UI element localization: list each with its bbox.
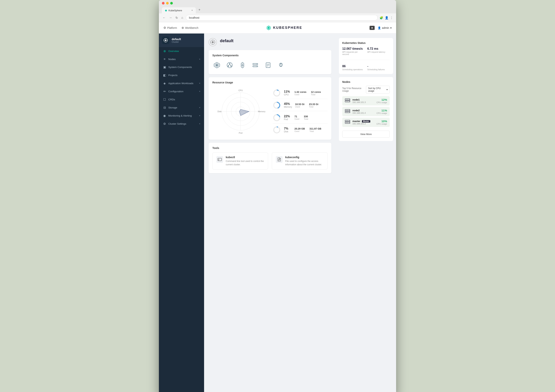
svg-point-63 <box>349 99 350 100</box>
component-svg-1 <box>226 62 233 69</box>
sidebar-item-crds[interactable]: ☐ CRDs <box>159 95 204 103</box>
sidebar-item-label: Storage <box>168 106 177 109</box>
svg-point-48 <box>274 90 280 96</box>
metric-row-cpu: 11% CPU 1.32 cores Used 12 core <box>273 87 328 99</box>
top-nav-right: ■ 👤 admin ▾ <box>370 26 392 30</box>
tool-card-kubectl[interactable]: kubectl Command line tool used to contro… <box>212 152 268 169</box>
sidebar-item-projects[interactable]: ◧ Projects <box>159 71 204 79</box>
sidebar-item-label: Application Workloads <box>168 82 193 85</box>
theme-toggle[interactable]: ■ <box>370 26 375 30</box>
top-nav: ⚙ Platform ⊕ Workbench KUBESPHERE <box>159 22 396 34</box>
content-area: default - System Components <box>204 34 336 392</box>
sidebar-item-configuration[interactable]: ✏ Configuration ▾ <box>159 87 204 95</box>
projects-icon: ◧ <box>163 73 166 77</box>
node-row-master[interactable]: master Master 192.168.101.2 10% CPU usag… <box>342 118 390 127</box>
node-info-1: node2 192.168.101.4 <box>352 109 374 114</box>
minimize-window-button[interactable] <box>166 2 169 5</box>
sidebar-item-nodes[interactable]: ≡ Nodes ▾ <box>159 55 204 63</box>
resource-grid: CPU Pod Disk Memory <box>212 87 328 136</box>
disk-donut <box>273 126 281 134</box>
sidebar-item-cluster-settings[interactable]: ⚙ Cluster Settings ▾ <box>159 120 204 128</box>
browser-bar: ← → ↻ ⌂ localhost 🧩 👤 ⋮ <box>159 13 396 22</box>
svg-rect-28 <box>253 66 258 67</box>
home-button[interactable]: ⌂ <box>181 15 184 20</box>
component-icon-1[interactable] <box>225 61 234 70</box>
logo-svg <box>266 25 272 31</box>
tools-title: Tools <box>212 146 328 150</box>
node-server-icon-1 <box>345 109 350 114</box>
svg-point-69 <box>349 110 350 110</box>
kubeconfig-info: kubeconfig File used to configure the ac… <box>285 156 324 166</box>
component-icon-3[interactable] <box>251 61 260 70</box>
tools-grid: kubectl Command line tool used to contro… <box>212 152 328 169</box>
node-usage-master: 10% CPU usage <box>377 120 387 125</box>
chevron-down-icon: ▾ <box>199 123 200 125</box>
admin-button[interactable]: 👤 admin ▾ <box>378 26 392 29</box>
main-layout: default Cluster ⊕ Overview ≡ Nodes ▾ ▣ S… <box>159 34 396 392</box>
profile-button[interactable]: 👤 <box>385 16 389 20</box>
active-tab[interactable]: ◈ KubeSphere × <box>162 7 196 13</box>
address-bar[interactable]: localhost <box>186 15 378 21</box>
reload-button[interactable]: ↻ <box>175 15 179 20</box>
metric-row-disk: 7% Disk 20.29 GB Used 311.97 GB <box>273 124 328 136</box>
sidebar-item-label: Overview <box>168 50 179 52</box>
workbench-label: Workbench <box>185 26 198 29</box>
system-components-icon: ▣ <box>163 65 166 69</box>
storage-icon: ⊟ <box>163 106 166 109</box>
sidebar-item-monitoring[interactable]: ◉ Monitoring & Alerting ▾ <box>159 112 204 120</box>
back-button[interactable]: ← <box>162 15 166 20</box>
svg-text:Pod: Pod <box>239 132 242 134</box>
page-header-icon <box>209 38 217 46</box>
sidebar-item-label: Monitoring & Alerting <box>168 114 192 117</box>
component-icon-2[interactable] <box>238 61 247 70</box>
k8s-status-title: Kubernetes Status <box>342 41 390 44</box>
cluster-header-svg <box>210 40 215 45</box>
node-info-0: node1 192.168.101.3 <box>352 98 374 103</box>
svg-point-20 <box>230 65 232 67</box>
sidebar-item-application-workloads[interactable]: ◈ Application Workloads ▾ <box>159 79 204 87</box>
cluster-icon <box>162 36 169 44</box>
component-icon-0[interactable] <box>212 61 221 70</box>
sidebar-item-overview[interactable]: ⊕ Overview <box>159 47 204 55</box>
workbench-nav-item[interactable]: ⊕ Workbench <box>182 25 198 30</box>
sort-dropdown[interactable]: Sort by CPU usage ▾ <box>366 86 390 94</box>
forward-button[interactable]: → <box>168 15 173 20</box>
new-tab-button[interactable]: + <box>196 6 203 13</box>
maximize-window-button[interactable] <box>170 2 173 5</box>
close-window-button[interactable] <box>162 2 165 5</box>
kubectl-icon <box>216 156 223 163</box>
server-svg-master <box>345 120 350 124</box>
component-icon-4[interactable] <box>263 61 273 70</box>
cluster-header[interactable]: default Cluster <box>159 34 204 47</box>
stat-scheduling-ops: 86 Scheduling operations <box>342 65 365 71</box>
cluster-svg <box>163 38 168 43</box>
sidebar-item-system-components[interactable]: ▣ System Components <box>159 63 204 71</box>
master-badge: Master <box>362 120 370 123</box>
chevron-down-icon: ▾ <box>199 90 200 93</box>
view-more-button[interactable]: View More <box>342 131 390 138</box>
kubectl-svg <box>218 157 222 161</box>
extensions-button[interactable]: 🧩 <box>380 16 383 20</box>
page-header: default - <box>209 38 331 46</box>
svg-point-75 <box>349 121 350 121</box>
nodes-icon: ≡ <box>163 58 166 61</box>
tool-card-kubeconfig[interactable]: kubeconfig File used to configure the ac… <box>272 152 328 169</box>
browser-window: ◈ KubeSphere × + ← → ↻ ⌂ localhost 🧩 👤 ⋮… <box>159 0 396 392</box>
tab-close-button[interactable]: × <box>191 9 193 12</box>
browser-actions: 🧩 👤 ⋮ <box>380 16 393 20</box>
chevron-down-icon: ▾ <box>199 106 200 109</box>
sidebar-item-storage[interactable]: ⊟ Storage ▾ <box>159 103 204 112</box>
node-usage-0: 12% CPU usage <box>377 98 387 103</box>
menu-button[interactable]: ⋮ <box>390 16 393 20</box>
component-svg-4 <box>264 62 272 69</box>
component-icon-5[interactable] <box>276 61 285 70</box>
node-row-0[interactable]: node1 192.168.101.3 12% CPU usage <box>342 96 390 105</box>
overview-icon: ⊕ <box>163 49 166 53</box>
platform-nav-item[interactable]: ⚙ Platform <box>163 25 177 30</box>
page-header-text: default - <box>220 38 234 46</box>
radar-chart-container: CPU Pod Disk Memory <box>212 87 269 136</box>
node-info-master: master Master 192.168.101.2 <box>352 120 374 125</box>
sidebar-item-label: Configuration <box>168 90 183 93</box>
svg-line-22 <box>230 64 231 65</box>
node-row-1[interactable]: node2 192.168.101.4 11% CPU usage <box>342 107 390 116</box>
